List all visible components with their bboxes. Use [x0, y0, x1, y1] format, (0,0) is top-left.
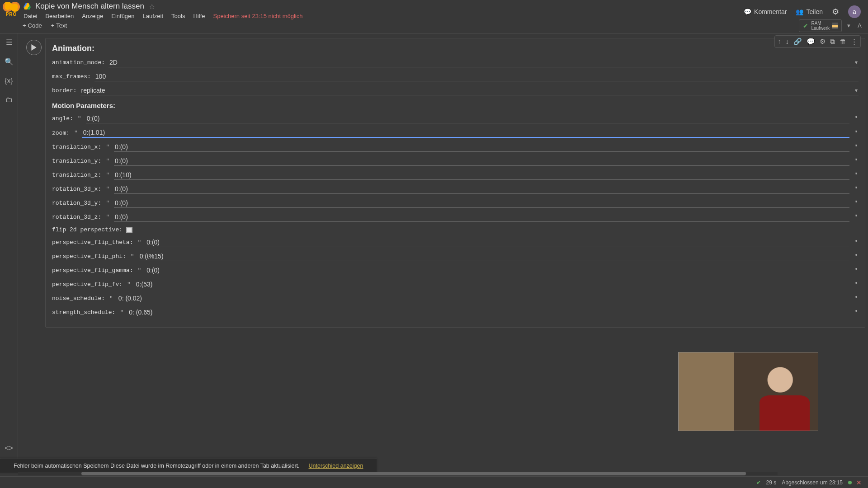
horizontal-scrollbar-thumb[interactable]	[81, 472, 746, 475]
close-icon[interactable]: ✕	[856, 479, 862, 486]
menu-anzeige[interactable]: Anzeige	[82, 13, 103, 19]
status-seconds: 29 s	[766, 479, 777, 486]
value-animation-mode: 2D	[109, 59, 118, 66]
show-diff-link[interactable]: Unterschied anzeigen	[309, 463, 363, 469]
quote-icon: "	[137, 267, 142, 274]
section-animation-title: Animation:	[52, 44, 859, 53]
add-text-label: Text	[56, 22, 67, 29]
check-icon: ✔	[803, 22, 808, 29]
quote-icon: "	[853, 281, 859, 288]
cell-comment-icon[interactable]: 💬	[807, 38, 815, 46]
menu-hilfe[interactable]: Hilfe	[193, 13, 205, 19]
quote-icon: "	[77, 115, 82, 122]
ram-label: RAM	[811, 21, 830, 26]
more-icon[interactable]: ⋮	[851, 38, 858, 46]
webcam-overlay	[678, 352, 818, 431]
ram-bars-icon	[832, 23, 838, 29]
search-icon[interactable]: 🔍	[5, 57, 14, 66]
menu-laufzeit[interactable]: Laufzeit	[143, 13, 164, 19]
move-down-icon[interactable]: ↓	[786, 38, 789, 46]
mirror-icon[interactable]: ⧉	[830, 38, 835, 46]
quote-icon: "	[853, 130, 859, 136]
star-icon[interactable]: ☆	[149, 2, 155, 11]
add-code-button[interactable]: + Code	[23, 22, 42, 29]
label-translation-z: translation_z:	[52, 172, 101, 178]
menu-datei[interactable]: Datei	[24, 13, 37, 19]
label-translation-y: translation_y:	[52, 158, 101, 164]
menu-tools[interactable]: Tools	[171, 13, 185, 19]
quote-icon: "	[119, 309, 124, 316]
quote-icon: "	[853, 253, 859, 260]
label-perspective-flip-gamma: perspective_flip_gamma:	[52, 267, 133, 274]
label-translation-x: translation_x:	[52, 144, 101, 150]
label-strength-schedule: strength_schedule:	[52, 309, 115, 316]
quote-icon: "	[73, 130, 79, 136]
label-rotation-3d-x: rotation_3d_x:	[52, 186, 101, 192]
cell-settings-icon[interactable]: ⚙	[820, 38, 826, 46]
comment-button[interactable]: 💬 Kommentar	[744, 8, 787, 15]
share-button[interactable]: 👥 Teilen	[796, 8, 823, 15]
input-perspective-flip-phi[interactable]	[139, 252, 850, 261]
label-angle: angle:	[52, 115, 73, 122]
resources-dropdown-icon[interactable]: ▾	[845, 20, 852, 31]
label-perspective-flip-phi: perspective_flip_phi:	[52, 253, 126, 260]
disk-label: Laufwerk	[811, 26, 830, 31]
select-animation-mode[interactable]: 2D ▾	[108, 58, 859, 67]
resources-indicator[interactable]: ✔ RAM Laufwerk	[799, 19, 842, 32]
input-perspective-flip-fv[interactable]	[135, 280, 849, 289]
menu-bearbeiten[interactable]: Bearbeiten	[45, 13, 74, 19]
link-icon[interactable]: 🔗	[793, 38, 802, 46]
error-text: Fehler beim automatischen Speichern Dies…	[14, 463, 300, 469]
move-up-icon[interactable]: ↑	[778, 38, 781, 46]
input-rotation-3d-y[interactable]	[114, 198, 849, 208]
collapse-up-icon[interactable]: ᐱ	[856, 20, 863, 31]
input-angle[interactable]	[86, 114, 850, 123]
input-rotation-3d-z[interactable]	[114, 212, 849, 222]
status-check-icon: ✔	[756, 479, 761, 486]
label-max-frames: max_frames:	[52, 73, 91, 80]
code-snippets-icon[interactable]: <>	[5, 444, 13, 452]
quote-icon: "	[105, 200, 110, 206]
label-perspective-flip-theta: perspective_flip_theta:	[52, 239, 133, 246]
quote-icon: "	[105, 144, 110, 150]
variables-icon[interactable]: {x}	[5, 77, 13, 85]
files-icon[interactable]: 🗀	[5, 96, 13, 104]
quote-icon: "	[126, 281, 132, 288]
input-translation-y[interactable]	[114, 156, 849, 166]
toc-icon[interactable]: ☰	[6, 38, 12, 47]
avatar[interactable]: a	[848, 5, 861, 18]
input-strength-schedule[interactable]	[128, 308, 849, 317]
quote-icon: "	[108, 295, 114, 302]
input-translation-x[interactable]	[114, 142, 849, 152]
input-perspective-flip-theta[interactable]	[146, 238, 849, 247]
chevron-down-icon: ▾	[855, 87, 858, 94]
input-rotation-3d-x[interactable]	[114, 184, 849, 194]
quote-icon: "	[853, 186, 859, 192]
quote-icon: "	[105, 186, 110, 192]
label-noise-schedule: noise_schedule:	[52, 295, 105, 302]
horizontal-scrollbar-track[interactable]	[18, 472, 778, 475]
add-text-button[interactable]: + Text	[51, 22, 67, 29]
input-translation-z[interactable]	[114, 170, 849, 180]
checkbox-flip-2d-perspective[interactable]	[126, 227, 132, 233]
input-zoom[interactable]	[82, 128, 849, 138]
select-border[interactable]: replicate ▾	[80, 86, 859, 95]
run-cell-button[interactable]	[26, 40, 42, 55]
connection-dot-icon	[848, 481, 852, 484]
quote-icon: "	[853, 295, 859, 302]
label-perspective-flip-fv: perspective_flip_fv:	[52, 281, 123, 288]
plus-icon: +	[51, 22, 55, 29]
add-code-label: Code	[28, 22, 42, 29]
document-title[interactable]: Kopie von Mensch altern lassen	[35, 2, 144, 11]
input-noise-schedule[interactable]	[118, 294, 849, 303]
quote-icon: "	[853, 239, 859, 246]
delete-icon[interactable]: 🗑	[840, 38, 846, 46]
menu-einfuegen[interactable]: Einfügen	[111, 13, 134, 19]
label-animation-mode: animation_mode:	[52, 59, 105, 66]
settings-icon[interactable]: ⚙	[832, 7, 839, 17]
drive-icon	[24, 3, 31, 9]
cell-toolbar: ↑ ↓ 🔗 💬 ⚙ ⧉ 🗑 ⋮	[774, 38, 861, 48]
status-done: Abgeschlossen um 23:15	[782, 479, 843, 486]
input-perspective-flip-gamma[interactable]	[146, 266, 849, 275]
input-max-frames[interactable]	[94, 72, 859, 81]
